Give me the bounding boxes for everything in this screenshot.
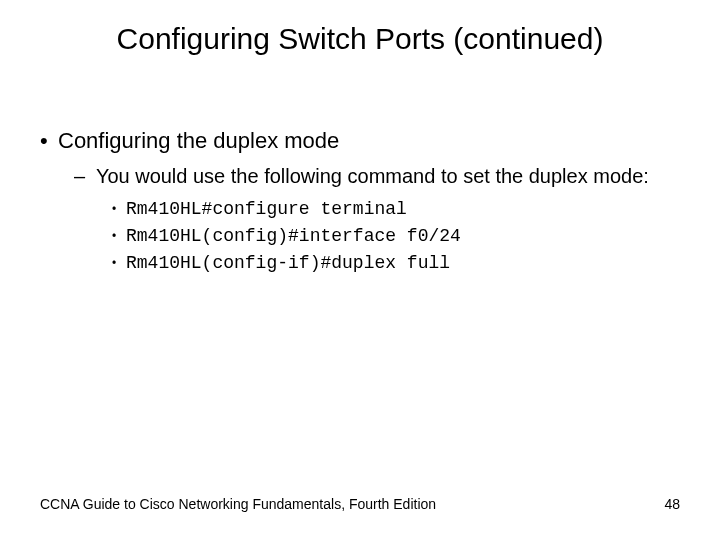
bullet-dot-icon: • — [112, 228, 126, 245]
slide-body: •Configuring the duplex mode – You would… — [40, 128, 680, 276]
bullet-level3-cmd3: •Rm410HL(config-if)#duplex full — [112, 249, 680, 276]
lvl1-text: Configuring the duplex mode — [58, 128, 339, 153]
bullet-level1: •Configuring the duplex mode — [40, 128, 680, 154]
bullet-level2: – You would use the following command to… — [74, 164, 680, 189]
cmd2-text: Rm410HL(config)#interface f0/24 — [126, 226, 461, 246]
page-number: 48 — [664, 496, 680, 512]
slide-title: Configuring Switch Ports (continued) — [0, 22, 720, 56]
bullet-dot-icon: • — [40, 128, 58, 154]
cmd1-text: Rm410HL#configure terminal — [126, 199, 407, 219]
bullet-level3-cmd2: •Rm410HL(config)#interface f0/24 — [112, 222, 680, 249]
bullet-level3-cmd1: •Rm410HL#configure terminal — [112, 195, 680, 222]
cmd3-text: Rm410HL(config-if)#duplex full — [126, 253, 450, 273]
bullet-dot-icon: • — [112, 201, 126, 218]
footer-source: CCNA Guide to Cisco Networking Fundament… — [40, 496, 436, 512]
lvl2-text: You would use the following command to s… — [96, 165, 649, 187]
bullet-dot-icon: • — [112, 255, 126, 272]
